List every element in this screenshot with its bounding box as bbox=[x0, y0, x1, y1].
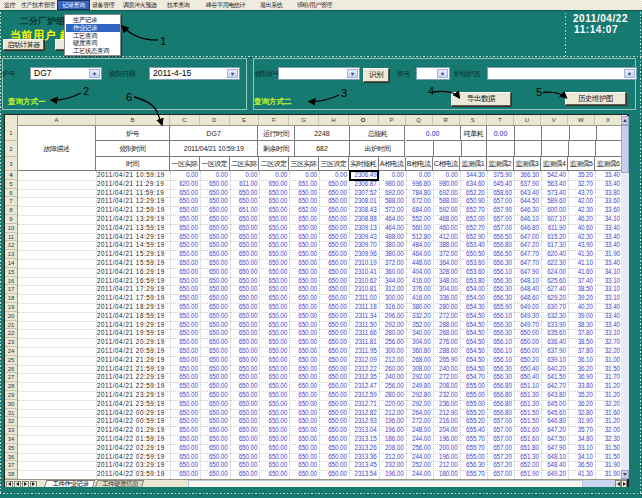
svg-text:4: 4 bbox=[428, 85, 434, 97]
svg-text:2: 2 bbox=[83, 85, 89, 97]
svg-text:3: 3 bbox=[341, 87, 347, 99]
svg-text:1: 1 bbox=[160, 35, 166, 47]
svg-text:5: 5 bbox=[536, 86, 542, 98]
svg-text:6: 6 bbox=[126, 91, 132, 103]
